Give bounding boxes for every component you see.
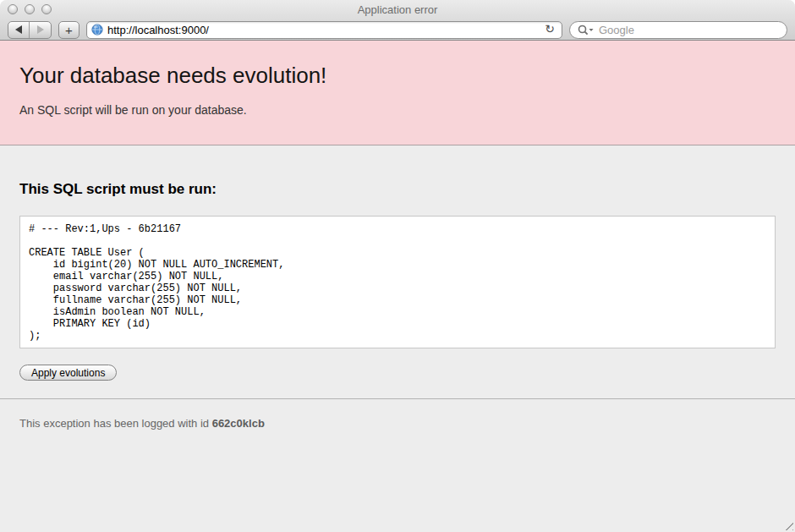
- exception-id: 662c0klcb: [212, 417, 265, 430]
- address-input[interactable]: [103, 23, 542, 37]
- address-bar[interactable]: ↻: [86, 21, 562, 39]
- exception-footer: This exception has been logged with id 6…: [0, 399, 795, 430]
- globe-favicon-icon: [91, 24, 103, 36]
- search-input[interactable]: [597, 23, 779, 37]
- window-titlebar[interactable]: Application error: [0, 0, 795, 19]
- page-title: Your database needs evolution!: [19, 41, 776, 89]
- browser-toolbar: + ↻: [0, 19, 795, 41]
- zoom-button[interactable]: [41, 4, 52, 14]
- traffic-lights: [8, 4, 52, 14]
- banner-subtitle: An SQL script will be run on your databa…: [19, 89, 776, 117]
- sql-script-box: # --- Rev:1,Ups - 6b21167 CREATE TABLE U…: [19, 216, 776, 348]
- sql-heading: This SQL script must be run:: [19, 145, 776, 198]
- close-button[interactable]: [8, 4, 18, 14]
- search-field[interactable]: [569, 21, 787, 39]
- browser-window: Application error +: [0, 0, 795, 532]
- resize-grip-icon[interactable]: [782, 519, 793, 530]
- forward-arrow-icon: [37, 25, 44, 34]
- forward-button[interactable]: [30, 22, 51, 38]
- evolution-banner: Your database needs evolution! An SQL sc…: [0, 41, 795, 145]
- history-nav-group: [8, 21, 52, 39]
- window-chrome: Application error +: [0, 0, 795, 41]
- window-title: Application error: [0, 0, 795, 20]
- back-arrow-icon: [15, 25, 22, 34]
- page-content: Your database needs evolution! An SQL sc…: [0, 41, 795, 532]
- new-tab-button[interactable]: +: [58, 21, 80, 39]
- back-button[interactable]: [8, 22, 30, 38]
- reload-icon[interactable]: ↻: [542, 23, 557, 36]
- main-section: This SQL script must be run: # --- Rev:1…: [0, 145, 795, 381]
- footer-text: This exception has been logged with id: [19, 417, 212, 430]
- minimize-button[interactable]: [25, 4, 35, 14]
- apply-evolutions-button[interactable]: Apply evolutions: [19, 365, 117, 381]
- search-icon: [578, 25, 595, 36]
